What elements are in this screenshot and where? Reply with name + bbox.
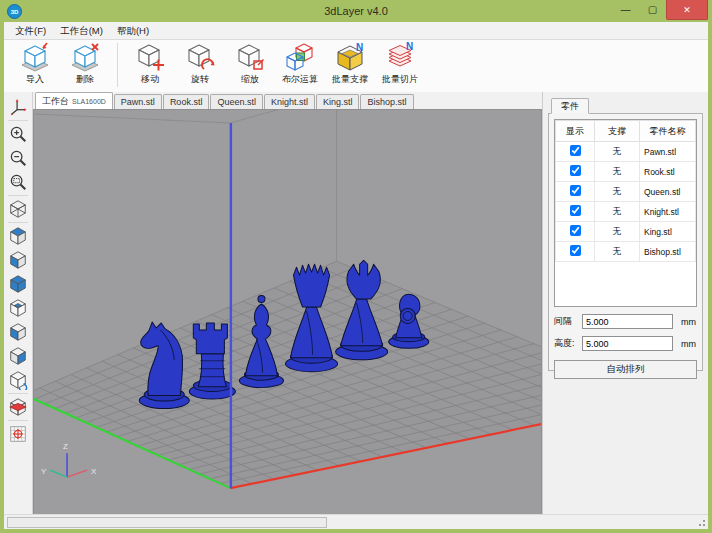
spacing-label: 间隔 bbox=[554, 315, 582, 328]
tab-queen-stl[interactable]: Queen.stl bbox=[210, 94, 263, 109]
col-part-name: 零件名称 bbox=[640, 121, 696, 142]
spacing-input[interactable] bbox=[582, 314, 673, 329]
parts-tab[interactable]: 零件 bbox=[551, 98, 589, 114]
view-front-tool[interactable] bbox=[6, 273, 30, 295]
import-icon bbox=[20, 42, 50, 72]
auto-arrange-button[interactable]: 自动排列 bbox=[554, 360, 697, 379]
view-bottom-tool[interactable] bbox=[6, 249, 30, 271]
part-row[interactable]: 无 Queen.stl bbox=[556, 182, 696, 202]
zoom-in-tool[interactable] bbox=[6, 123, 30, 145]
minimize-button[interactable]: — bbox=[612, 0, 639, 18]
sidebar-separator bbox=[8, 120, 28, 121]
visibility-checkbox[interactable] bbox=[570, 185, 581, 196]
3d-viewport[interactable]: Z Y X bbox=[33, 109, 542, 515]
build-plate-scene: Z Y X bbox=[34, 110, 541, 514]
platform-grid-tool[interactable] bbox=[6, 423, 30, 445]
zoom-in-icon bbox=[8, 124, 28, 144]
status-bar bbox=[4, 514, 708, 529]
visibility-checkbox[interactable] bbox=[570, 245, 581, 256]
batch-support-button[interactable]: N 批量支撑 bbox=[325, 40, 375, 91]
zoom-out-tool[interactable] bbox=[6, 147, 30, 169]
batch-slice-icon: N bbox=[385, 42, 415, 72]
tab-bishop-stl[interactable]: Bishop.stl bbox=[360, 94, 413, 109]
view-back-icon bbox=[8, 298, 28, 318]
menu-help[interactable]: 帮助(H) bbox=[110, 23, 156, 38]
spacing-unit: mm bbox=[681, 317, 696, 327]
visibility-checkbox[interactable] bbox=[570, 165, 581, 176]
printer-model-label: SLA1600D bbox=[72, 98, 106, 105]
parts-table: 显示 支撑 零件名称 无 Pawn.stl bbox=[554, 119, 697, 307]
z-axis-label: Z bbox=[63, 442, 68, 451]
sidebar-separator bbox=[8, 420, 28, 421]
sidebar-separator bbox=[8, 195, 28, 196]
rotate-icon bbox=[185, 42, 215, 72]
boolean-icon bbox=[285, 42, 315, 72]
delete-button[interactable]: 删除 bbox=[60, 40, 110, 91]
tab-workspace[interactable]: 工作台 SLA1600D bbox=[35, 92, 113, 109]
part-name-cell: Pawn.stl bbox=[640, 142, 696, 162]
maximize-button[interactable]: ▢ bbox=[639, 0, 666, 18]
view-top-tool[interactable] bbox=[6, 225, 30, 247]
batch-slice-button[interactable]: N 批量切片 bbox=[375, 40, 425, 91]
tab-rook-stl[interactable]: Rook.stl bbox=[163, 94, 210, 109]
view-right-tool[interactable] bbox=[6, 345, 30, 367]
svg-text:N: N bbox=[356, 42, 363, 53]
part-name-cell: Knight.stl bbox=[640, 202, 696, 222]
part-name-cell: King.stl bbox=[640, 222, 696, 242]
support-cell: 无 bbox=[595, 182, 640, 202]
view-iso-icon bbox=[8, 199, 28, 219]
part-row[interactable]: 无 King.stl bbox=[556, 222, 696, 242]
transform-axes-tool[interactable] bbox=[6, 96, 30, 118]
visibility-checkbox[interactable] bbox=[570, 145, 581, 156]
section-view-icon bbox=[8, 397, 28, 417]
col-show: 显示 bbox=[556, 121, 595, 142]
support-cell: 无 bbox=[595, 242, 640, 262]
x-axis-label: X bbox=[91, 467, 97, 476]
visibility-checkbox[interactable] bbox=[570, 205, 581, 216]
part-row[interactable]: 无 Knight.stl bbox=[556, 202, 696, 222]
parts-panel: 零件 显示 支撑 零件名称 bbox=[542, 92, 708, 515]
tab-pawn-stl[interactable]: Pawn.stl bbox=[114, 94, 162, 109]
import-button[interactable]: 导入 bbox=[10, 40, 60, 91]
resize-grip[interactable] bbox=[696, 517, 706, 527]
tab-knight-stl[interactable]: Knight.stl bbox=[264, 94, 315, 109]
svg-text:N: N bbox=[406, 42, 413, 52]
part-row[interactable]: 无 Pawn.stl bbox=[556, 142, 696, 162]
batch-support-icon: N bbox=[335, 42, 365, 72]
transform-axes-icon bbox=[8, 97, 28, 117]
tab-king-stl[interactable]: King.stl bbox=[316, 94, 360, 109]
scale-button[interactable]: 缩放 bbox=[225, 40, 275, 91]
zoom-fit-icon bbox=[8, 172, 28, 192]
menu-workspace[interactable]: 工作台(M) bbox=[53, 23, 110, 38]
col-support: 支撑 bbox=[595, 121, 640, 142]
support-cell: 无 bbox=[595, 202, 640, 222]
boolean-operation-button[interactable]: 布尔运算 bbox=[275, 40, 325, 91]
part-row[interactable]: 无 Bishop.stl bbox=[556, 242, 696, 262]
view-iso-tool[interactable] bbox=[6, 198, 30, 220]
rotate-button[interactable]: 旋转 bbox=[175, 40, 225, 91]
height-unit: mm bbox=[681, 339, 696, 349]
close-button[interactable]: ✕ bbox=[666, 0, 708, 20]
menu-file[interactable]: 文件(F) bbox=[8, 23, 53, 38]
parts-groupbox: 显示 支撑 零件名称 无 Pawn.stl bbox=[548, 113, 703, 371]
section-view-tool[interactable] bbox=[6, 396, 30, 418]
move-button[interactable]: 移动 bbox=[125, 40, 175, 91]
visibility-checkbox[interactable] bbox=[570, 225, 581, 236]
view-left-tool[interactable] bbox=[6, 321, 30, 343]
part-name-cell: Rook.stl bbox=[640, 162, 696, 182]
support-cell: 无 bbox=[595, 162, 640, 182]
axis-indicator: Z Y X bbox=[41, 442, 97, 477]
title-bar: 3D 3dLayer v4.0 — ▢ ✕ bbox=[0, 0, 712, 22]
height-input[interactable] bbox=[582, 336, 673, 351]
zoom-fit-tool[interactable] bbox=[6, 171, 30, 193]
zoom-out-icon bbox=[8, 148, 28, 168]
view-back-tool[interactable] bbox=[6, 297, 30, 319]
delete-icon bbox=[70, 42, 100, 72]
platform-grid-icon bbox=[8, 424, 28, 444]
view-right-icon bbox=[8, 346, 28, 366]
y-axis-label: Y bbox=[41, 467, 47, 476]
part-row[interactable]: 无 Rook.stl bbox=[556, 162, 696, 182]
scale-icon bbox=[235, 42, 265, 72]
view-rotate-tool[interactable] bbox=[6, 369, 30, 391]
view-top-icon bbox=[8, 226, 28, 246]
